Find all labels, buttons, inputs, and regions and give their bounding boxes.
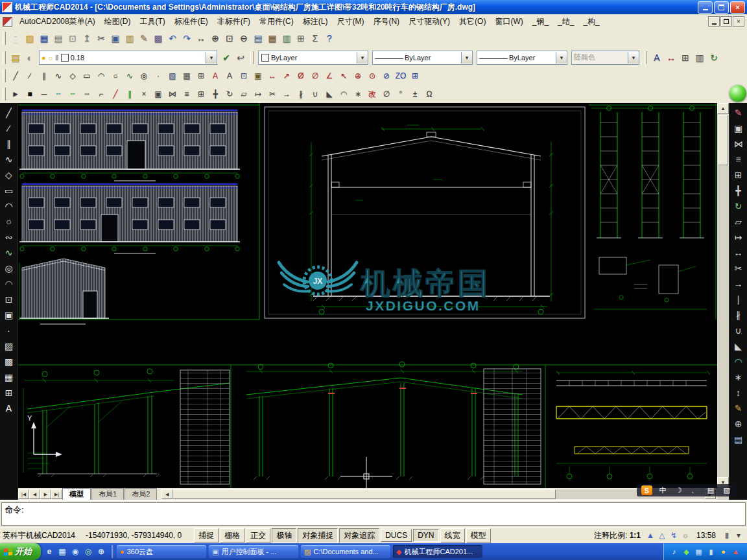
save-file-icon[interactable]: ▦ <box>37 31 51 45</box>
properties-icon[interactable]: ▤ <box>731 432 746 447</box>
explode-icon[interactable]: ∗ <box>731 369 746 385</box>
horizontal-scroll-thumb[interactable] <box>172 489 556 499</box>
rectangle-icon[interactable]: ▭ <box>80 69 94 83</box>
chinese-english-icon[interactable]: 中 <box>657 485 668 495</box>
menu-draw[interactable]: 绘图(D) <box>100 15 136 29</box>
menu-common-parts[interactable]: 常用件(C) <box>255 15 298 29</box>
annotation-scale[interactable]: 注释比例: 1:1 <box>594 530 641 541</box>
toolbar-grip[interactable] <box>3 88 6 100</box>
scroll-left-button[interactable]: ◀ <box>161 489 172 499</box>
rectangle-icon[interactable]: ▭ <box>1 183 17 198</box>
dyn-toggle[interactable]: DYN <box>413 529 438 542</box>
layer-unlock-icon[interactable]: ▮ <box>55 53 59 62</box>
mtext-icon[interactable]: A <box>222 69 237 83</box>
offset-icon[interactable]: ≡ <box>731 152 746 167</box>
array-icon[interactable]: ⊞ <box>731 167 746 183</box>
mdi-restore-button[interactable] <box>720 16 732 27</box>
revcloud-icon[interactable]: ∾ <box>1 229 17 245</box>
diameter-symbol-icon[interactable]: ∅ <box>379 87 394 101</box>
mdi-close-button[interactable]: × <box>733 16 744 27</box>
line-icon[interactable]: ╱ <box>8 69 23 83</box>
polygon-icon[interactable]: ◇ <box>65 69 80 83</box>
spline-icon[interactable]: ∿ <box>1 245 17 261</box>
spline-icon[interactable]: ∿ <box>123 69 137 83</box>
zoom-realtime-icon[interactable]: ⊕ <box>208 31 222 45</box>
trim-icon[interactable]: ✂ <box>265 87 279 101</box>
layer-thaw-icon[interactable]: ☼ <box>47 54 54 62</box>
tab-layout1[interactable]: 布局1 <box>91 488 124 500</box>
omega-symbol-icon[interactable]: Ω <box>422 87 436 101</box>
layer-filter-icon[interactable]: ◐ <box>23 51 37 65</box>
annotation-autoscale-icon[interactable]: ↯ <box>668 530 680 541</box>
menu-annotate[interactable]: 标注(L) <box>298 15 333 29</box>
offset-icon[interactable]: ≡ <box>180 87 194 101</box>
qleader-icon[interactable]: ↖ <box>337 69 351 83</box>
publish-icon[interactable]: ↥ <box>80 31 94 45</box>
zoom-window-icon[interactable]: ⊡ <box>222 31 237 45</box>
chevron-down-icon[interactable]: ▾ <box>357 52 368 64</box>
media-player-icon[interactable]: ◉ <box>69 546 81 557</box>
show-desktop-icon[interactable]: ▦ <box>56 546 68 557</box>
hatch-icon[interactable]: ▨ <box>165 69 180 83</box>
help-icon[interactable]: ? <box>322 31 337 45</box>
angle-icon[interactable]: ⌐ <box>94 87 108 101</box>
table-icon[interactable]: ⊞ <box>1 385 17 401</box>
update-fields-icon[interactable]: ↻ <box>707 51 721 65</box>
color-black-icon[interactable]: ■ <box>23 87 37 101</box>
layer-properties-manager-icon[interactable]: ▤ <box>8 51 23 65</box>
point-icon[interactable]: ∙ <box>1 323 17 338</box>
chevron-down-icon[interactable]: ▾ <box>206 52 217 64</box>
toolbar-grip[interactable] <box>250 51 254 64</box>
trim-icon[interactable]: ✂ <box>731 261 746 276</box>
polygon-icon[interactable]: ◇ <box>1 167 17 183</box>
toolpalettes-icon[interactable]: ▥ <box>279 31 294 45</box>
undo-icon[interactable]: ↶ <box>165 31 180 45</box>
fillet-icon[interactable]: ◠ <box>337 87 351 101</box>
layer-previous-icon[interactable]: ↩ <box>233 51 248 65</box>
ellipse-icon[interactable]: ◎ <box>1 261 17 276</box>
lengthen-icon[interactable]: ↔ <box>731 245 746 261</box>
scroll-up-button[interactable]: ▲ <box>717 103 729 114</box>
insert-block-icon[interactable]: ⊡ <box>1 292 17 307</box>
mtext-icon[interactable]: A <box>1 401 17 416</box>
copy-icon[interactable]: ▣ <box>731 121 746 136</box>
fullwidth-icon[interactable]: ☽ <box>673 485 684 495</box>
region-icon[interactable]: ▦ <box>180 69 194 83</box>
layer-on-icon[interactable]: ● <box>42 54 46 62</box>
zoom-previous-icon[interactable]: ⊖ <box>237 31 251 45</box>
task-explorer[interactable]: ▨ C:\Documents and... <box>301 545 390 558</box>
fillet-icon[interactable]: ◠ <box>731 354 746 369</box>
single-text-icon[interactable]: A <box>208 69 222 83</box>
properties-icon[interactable]: ▤ <box>251 31 265 45</box>
rotate-icon[interactable]: ↻ <box>731 198 746 214</box>
red-slash-icon[interactable]: ╱ <box>108 87 123 101</box>
make-block-icon[interactable]: ▣ <box>251 69 265 83</box>
task-user-panel[interactable]: ▣ 用户控制面板 - ... <box>209 545 298 558</box>
mirror-icon[interactable]: ⋈ <box>731 136 746 152</box>
make-object-layer-current-icon[interactable]: ✔ <box>219 51 233 65</box>
extend-icon[interactable]: → <box>279 87 294 101</box>
dim-aligned-icon[interactable]: ↗ <box>279 69 294 83</box>
line-dashed-cyan-icon[interactable]: ╌ <box>51 87 65 101</box>
zoom-object-icon[interactable]: ZO <box>394 69 408 83</box>
line-icon[interactable]: ╱ <box>1 105 17 121</box>
ellipse-arc-icon[interactable]: ◠ <box>1 276 17 292</box>
toolbar-grip[interactable] <box>3 32 6 45</box>
usb-icon[interactable]: ▮ <box>706 547 716 557</box>
copy-icon[interactable]: ▣ <box>151 87 165 101</box>
ortho-toggle[interactable]: 正交 <box>246 528 270 543</box>
menu-serial[interactable]: 序号(N) <box>368 15 404 29</box>
scale-icon[interactable]: ▱ <box>731 214 746 229</box>
toolbar-lock-icon[interactable]: ▮ <box>721 530 733 541</box>
match-properties-icon[interactable]: ✎ <box>731 401 746 416</box>
tab-layout2[interactable]: 布局2 <box>124 488 157 500</box>
osnap-toggle[interactable]: 对象捕捉 <box>298 528 338 543</box>
model-toggle[interactable]: 模型 <box>466 528 491 543</box>
quickcalc-icon[interactable]: Σ <box>308 31 322 45</box>
line-center-green-icon[interactable]: ┄ <box>65 87 80 101</box>
chamfer-icon[interactable]: ◣ <box>731 338 746 354</box>
browser-360-icon[interactable]: ◎ <box>82 546 94 557</box>
search-icon[interactable]: ⊕ <box>95 546 107 557</box>
hatch-icon[interactable]: ▨ <box>1 338 17 354</box>
field-icon[interactable]: ▥ <box>693 51 707 65</box>
